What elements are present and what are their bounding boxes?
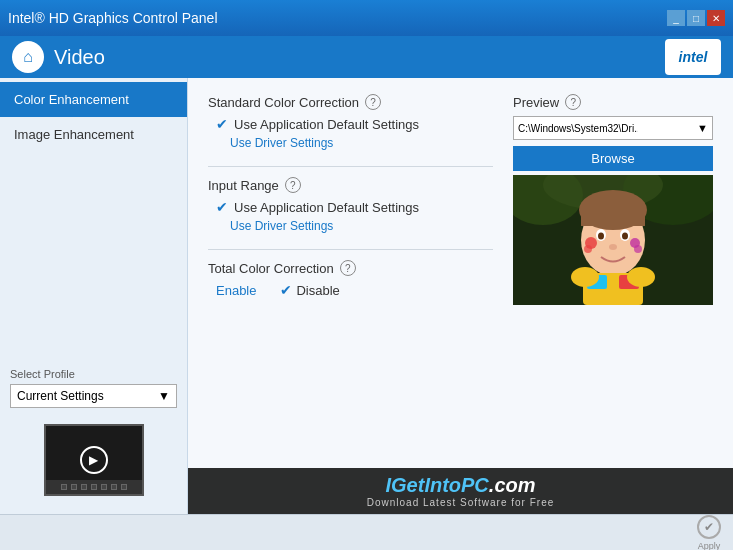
maximize-button[interactable]: □ [687,10,705,26]
input-range-header: Input Range ? [208,177,493,193]
title-bar: Intel® HD Graphics Control Panel _ □ ✕ [0,0,733,36]
input-range-section: Input Range ? ✔ Use Application Default … [208,177,493,233]
profile-dropdown[interactable]: Current Settings ▼ [10,384,177,408]
sidebar-item-image-enhancement[interactable]: Image Enhancement [0,117,187,152]
close-button[interactable]: ✕ [707,10,725,26]
film-dot [71,484,77,490]
svg-point-13 [584,245,592,253]
apply-label: Apply [698,541,721,551]
input-range-checkbox-icon: ✔ [216,199,228,215]
standard-color-correction-section: Standard Color Correction ? ✔ Use Applic… [208,94,493,150]
preview-image-svg [513,175,713,305]
preview-image [513,175,713,305]
preview-file-dropdown[interactable]: C:\Windows\System32\Dri... ▼ [513,116,713,140]
total-color-correction-section: Total Color Correction ? Enable ✔ Disabl… [208,260,493,298]
select-profile-section: Select Profile Current Settings ▼ [0,360,187,416]
play-icon: ▶ [80,446,108,474]
sidebar: Color Enhancement Image Enhancement Sele… [0,78,188,514]
sub-header: ⌂ Video intel [0,36,733,78]
disable-check-icon: ✔ [280,282,292,298]
content-area: Standard Color Correction ? ✔ Use Applic… [188,78,733,514]
home-icon: ⌂ [23,48,33,66]
total-color-correction-radio-row: Enable ✔ Disable [216,282,493,298]
title-bar-left: Intel® HD Graphics Control Panel [8,10,218,26]
film-dot [91,484,97,490]
preview-panel: Preview ? C:\Windows\System32\Dri... ▼ B… [513,94,713,314]
apply-button[interactable]: ✔ Apply [697,515,721,551]
svg-point-10 [622,233,628,240]
section-title: Video [54,46,105,69]
title-bar-title: Intel® HD Graphics Control Panel [8,10,218,26]
chevron-down-icon: ▼ [158,389,170,403]
svg-point-15 [634,245,642,253]
preview-dropdown-row: C:\Windows\System32\Dri... ▼ [513,116,713,140]
standard-color-use-app-default-row: ✔ Use Application Default Settings [216,116,493,132]
content-right: Standard Color Correction ? ✔ Use Applic… [208,94,713,314]
svg-point-9 [598,233,604,240]
preview-info-icon[interactable]: ? [565,94,581,110]
standard-color-checkbox-label: Use Application Default Settings [234,117,419,132]
disable-label: Disable [296,283,339,298]
select-profile-label: Select Profile [10,368,177,380]
svg-point-11 [609,244,617,250]
standard-color-correction-info-icon[interactable]: ? [365,94,381,110]
total-color-correction-title: Total Color Correction [208,261,334,276]
enable-option[interactable]: Enable [216,283,256,298]
standard-color-correction-title: Standard Color Correction [208,95,359,110]
total-color-correction-info-icon[interactable]: ? [340,260,356,276]
browse-button[interactable]: Browse [513,146,713,171]
preview-file-value: C:\Windows\System32\Dri... [518,123,638,134]
input-range-checkbox-label: Use Application Default Settings [234,200,419,215]
svg-point-20 [627,267,655,287]
total-color-correction-header: Total Color Correction ? [208,260,493,276]
input-range-use-app-default-row: ✔ Use Application Default Settings [216,199,493,215]
input-range-info-icon[interactable]: ? [285,177,301,193]
main-layout: Color Enhancement Image Enhancement Sele… [0,78,733,514]
preview-header: Preview ? [513,94,713,110]
content-main: Standard Color Correction ? ✔ Use Applic… [208,94,493,314]
apply-check-circle: ✔ [697,515,721,539]
standard-color-correction-header: Standard Color Correction ? [208,94,493,110]
sidebar-item-color-enhancement[interactable]: Color Enhancement [0,82,187,117]
divider-2 [208,249,493,250]
divider-1 [208,166,493,167]
standard-color-driver-settings-link[interactable]: Use Driver Settings [230,136,493,150]
minimize-button[interactable]: _ [667,10,685,26]
home-button[interactable]: ⌂ [12,41,44,73]
preview-title: Preview [513,95,559,110]
standard-color-checkbox-icon: ✔ [216,116,228,132]
title-bar-controls: _ □ ✕ [667,10,725,26]
input-range-title: Input Range [208,178,279,193]
filmstrip [46,480,142,494]
video-thumbnail-container: ▶ [0,416,187,514]
preview-dropdown-chevron-icon: ▼ [697,122,708,134]
intel-logo: intel [665,39,721,75]
svg-point-19 [571,267,599,287]
bottom-bar: ✔ Apply [0,514,733,550]
film-dot [61,484,67,490]
video-thumbnail: ▶ [44,424,144,496]
film-dot [111,484,117,490]
enable-label: Enable [216,283,256,298]
film-dot [101,484,107,490]
film-dot [121,484,127,490]
disable-option[interactable]: ✔ Disable [280,282,339,298]
svg-rect-6 [581,208,645,226]
film-dot [81,484,87,490]
input-range-driver-settings-link[interactable]: Use Driver Settings [230,219,493,233]
